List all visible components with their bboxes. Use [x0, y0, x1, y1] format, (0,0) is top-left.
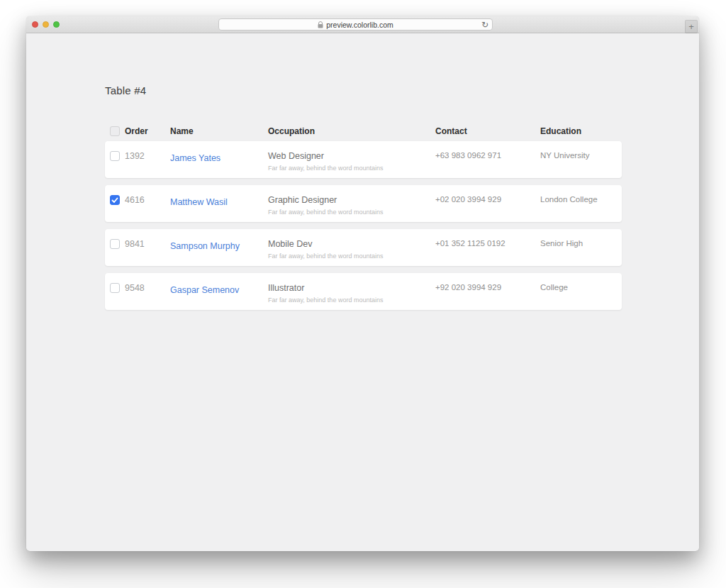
occupation-note: Far far away, behind the word mountains — [268, 165, 435, 172]
column-header-education: Education — [540, 126, 622, 136]
row-checkbox[interactable] — [110, 195, 120, 205]
table-header-row: Order Name Occupation Contact Education — [105, 123, 622, 140]
address-bar[interactable]: preview.colorlib.com ↻ — [218, 18, 493, 30]
column-header-order: Order — [125, 126, 170, 136]
order-id: 1392 — [125, 141, 170, 178]
occupation: Illustrator — [268, 283, 435, 293]
occupation-note: Far far away, behind the word mountains — [268, 209, 435, 216]
window-controls — [32, 21, 60, 28]
name-link[interactable]: James Yates — [170, 153, 220, 163]
contact: +01 352 1125 0192 — [435, 229, 540, 266]
browser-titlebar: preview.colorlib.com ↻ + — [26, 16, 699, 33]
page-title: Table #4 — [105, 84, 146, 96]
close-button[interactable] — [32, 21, 38, 28]
contact: +92 020 3994 929 — [435, 273, 540, 310]
table-row: 9548 Gaspar Semenov Illustrator Far far … — [105, 273, 622, 310]
table-row: 4616 Matthew Wasil Graphic Designer Far … — [105, 185, 622, 222]
occupation-note: Far far away, behind the word mountains — [268, 253, 435, 260]
lock-icon — [318, 21, 323, 28]
table-body: 1392 James Yates Web Designer Far far aw… — [105, 141, 622, 310]
row-checkbox[interactable] — [110, 283, 120, 293]
contact: +63 983 0962 971 — [435, 141, 540, 178]
occupation-note: Far far away, behind the word mountains — [268, 296, 435, 304]
minimize-button[interactable] — [43, 21, 49, 28]
education: London College — [540, 185, 622, 222]
education: NY University — [540, 141, 622, 178]
refresh-button[interactable]: ↻ — [481, 19, 488, 30]
education: Senior High — [540, 229, 622, 266]
occupation: Graphic Designer — [268, 195, 435, 205]
address-text: preview.colorlib.com — [326, 21, 393, 29]
education: College — [540, 273, 622, 310]
table-row: 9841 Sampson Murphy Mobile Dev Far far a… — [105, 229, 622, 266]
page-content: Table #4 Order Name Occupation Contact E… — [26, 33, 699, 550]
column-header-occupation: Occupation — [268, 126, 435, 136]
table-row: 1392 James Yates Web Designer Far far aw… — [105, 141, 622, 178]
order-id: 9548 — [125, 273, 170, 310]
contact: +02 020 3994 929 — [435, 185, 540, 222]
column-header-contact: Contact — [435, 126, 540, 136]
select-all-checkbox[interactable] — [110, 126, 120, 136]
browser-window: preview.colorlib.com ↻ + Table #4 Order … — [26, 16, 699, 551]
zoom-button[interactable] — [53, 21, 60, 28]
row-checkbox[interactable] — [110, 239, 120, 249]
row-checkbox[interactable] — [110, 151, 120, 161]
occupation: Mobile Dev — [268, 239, 435, 249]
name-link[interactable]: Gaspar Semenov — [170, 285, 239, 295]
order-id: 9841 — [125, 229, 170, 266]
order-id: 4616 — [125, 185, 170, 222]
occupation: Web Designer — [268, 151, 435, 161]
column-header-name: Name — [170, 126, 268, 136]
name-link[interactable]: Sampson Murphy — [170, 241, 240, 251]
name-link[interactable]: Matthew Wasil — [170, 197, 228, 207]
new-tab-button[interactable]: + — [685, 20, 698, 33]
